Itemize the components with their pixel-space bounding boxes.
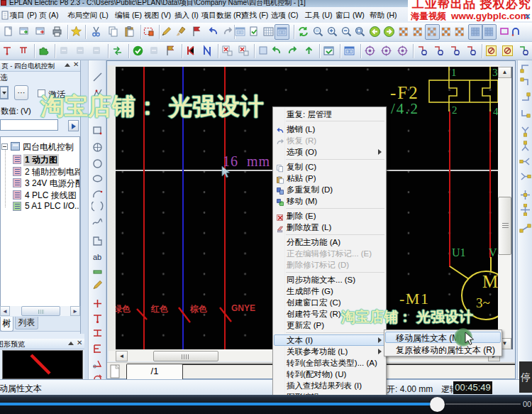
svg-text:ab: ab bbox=[93, 253, 101, 261]
